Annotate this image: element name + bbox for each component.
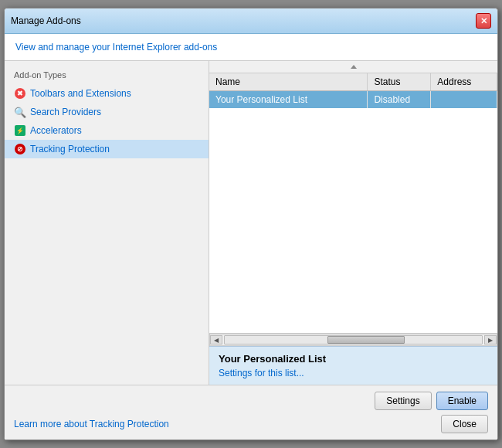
header-link[interactable]: View and manage your Internet Explorer a… bbox=[15, 42, 217, 53]
detail-panel: Your Personalized List Settings for this… bbox=[209, 346, 497, 385]
scroll-indicator-top bbox=[209, 61, 497, 73]
cell-status: Disabled bbox=[368, 91, 431, 109]
main-content: Add-on Types ✖ Toolbars and Extensions 🔍… bbox=[5, 61, 497, 385]
sidebar: Add-on Types ✖ Toolbars and Extensions 🔍… bbox=[5, 61, 209, 385]
accelerators-icon: ⚡ bbox=[14, 124, 26, 137]
col-address: Address bbox=[431, 73, 497, 91]
footer: Settings Enable Learn more about Trackin… bbox=[5, 385, 497, 440]
sidebar-item-search[interactable]: 🔍 Search Providers bbox=[5, 103, 209, 121]
search-icon: 🔍 bbox=[14, 106, 26, 118]
cell-address bbox=[431, 91, 497, 109]
settings-for-list-link[interactable]: Settings for this list... bbox=[219, 368, 304, 378]
sidebar-item-tracking[interactable]: ⊘ Tracking Protection bbox=[5, 140, 209, 158]
footer-buttons: Settings Enable bbox=[14, 392, 488, 410]
table-container: Name Status Address Your Personalized Li… bbox=[209, 73, 497, 334]
detail-panel-title: Your Personalized List bbox=[219, 353, 488, 365]
sidebar-section-title: Add-on Types bbox=[5, 67, 209, 84]
table-header-row: Name Status Address bbox=[209, 73, 497, 91]
addons-table: Name Status Address Your Personalized Li… bbox=[209, 73, 497, 108]
sidebar-item-label: Tracking Protection bbox=[30, 144, 110, 154]
scroll-right-arrow[interactable]: ▶ bbox=[484, 335, 497, 344]
manage-addons-dialog: Manage Add-ons ✕ View and manage your In… bbox=[4, 8, 498, 440]
enable-button[interactable]: Enable bbox=[436, 392, 488, 410]
scrollbar-thumb[interactable] bbox=[327, 336, 405, 344]
horizontal-scrollbar[interactable]: ◀ ▶ bbox=[209, 334, 497, 346]
table-row[interactable]: Your Personalized List Disabled bbox=[209, 91, 497, 109]
scroll-arrow-up bbox=[351, 65, 357, 69]
learn-more-link[interactable]: Learn more about Tracking Protection bbox=[14, 419, 169, 429]
close-button[interactable]: ✕ bbox=[476, 13, 491, 29]
sidebar-item-toolbars[interactable]: ✖ Toolbars and Extensions bbox=[5, 84, 209, 103]
cell-name: Your Personalized List bbox=[209, 91, 368, 109]
toolbars-icon: ✖ bbox=[14, 87, 26, 100]
scrollbar-track[interactable] bbox=[224, 335, 483, 344]
dialog-title: Manage Add-ons bbox=[11, 15, 81, 26]
sidebar-item-label: Toolbars and Extensions bbox=[30, 88, 131, 99]
title-bar: Manage Add-ons ✕ bbox=[5, 8, 497, 34]
content-area: Name Status Address Your Personalized Li… bbox=[209, 61, 497, 385]
tracking-icon: ⊘ bbox=[14, 143, 26, 155]
header-section: View and manage your Internet Explorer a… bbox=[5, 34, 497, 61]
sidebar-item-accelerators[interactable]: ⚡ Accelerators bbox=[5, 121, 209, 140]
close-button[interactable]: Close bbox=[441, 415, 488, 433]
col-name: Name bbox=[209, 73, 368, 91]
col-status: Status bbox=[368, 73, 431, 91]
scroll-left-arrow[interactable]: ◀ bbox=[210, 335, 222, 344]
sidebar-item-label: Search Providers bbox=[30, 107, 101, 117]
sidebar-item-label: Accelerators bbox=[30, 125, 82, 136]
settings-button[interactable]: Settings bbox=[375, 392, 431, 410]
